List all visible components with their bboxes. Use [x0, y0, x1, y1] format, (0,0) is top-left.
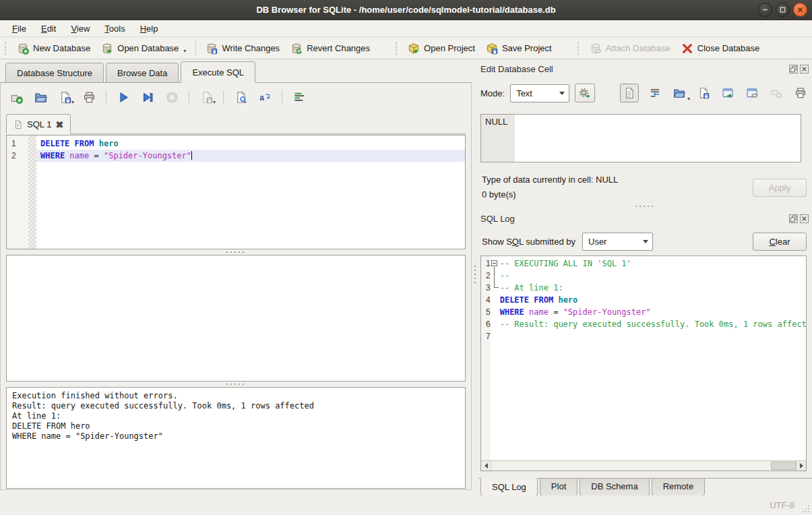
- sql-editor[interactable]: 12 DELETE FROM heroWHERE name = "Spider-…: [6, 135, 466, 249]
- resize-grip-icon[interactable]: [801, 504, 810, 513]
- save-results-view-button[interactable]: ▾: [199, 90, 214, 104]
- menu-file[interactable]: File: [5, 22, 33, 36]
- fold-marker-icon[interactable]: [491, 258, 500, 270]
- word-wrap-cell-button[interactable]: [647, 85, 663, 101]
- dropdown-arrow-icon[interactable]: ▾: [183, 48, 186, 55]
- window-controls: [758, 3, 807, 17]
- sql-tab-close-icon[interactable]: ✖: [55, 121, 63, 129]
- format-sql-button[interactable]: [292, 90, 307, 104]
- panel-splitter[interactable]: [472, 60, 478, 495]
- attach-database-button[interactable]: Attach Database: [584, 40, 676, 57]
- close-database-button[interactable]: Close Database: [676, 40, 766, 57]
- db-revert-icon: [290, 42, 303, 55]
- export-to-file-button[interactable]: [695, 85, 712, 101]
- menu-view[interactable]: View: [64, 22, 96, 36]
- open-database-button[interactable]: Open Database▾: [96, 40, 191, 57]
- sql-tab-label: SQL 1: [27, 119, 51, 129]
- sql-log-float-button[interactable]: [789, 214, 798, 223]
- word-wrap-cell-icon: [649, 87, 661, 99]
- scroll-left-arrow-icon[interactable]: [481, 461, 491, 471]
- toolbar-grip[interactable]: [577, 42, 582, 55]
- tab-browse-data[interactable]: Browse Data: [106, 63, 179, 83]
- line-number: 2: [486, 270, 491, 282]
- execution-message-pane[interactable]: Execution finished without errors.Result…: [6, 387, 466, 489]
- save-sql-file-button[interactable]: ▾: [57, 90, 72, 104]
- menu-tools[interactable]: Tools: [98, 22, 131, 36]
- status-bar: UTF-8: [0, 495, 812, 515]
- titlebar[interactable]: DB Browser for SQLite - /home/user/code/…: [0, 0, 812, 20]
- log-horizontal-scrollbar[interactable]: [481, 460, 806, 471]
- results-message-splitter[interactable]: [6, 382, 466, 386]
- revert-changes-button[interactable]: Revert Changes: [285, 40, 375, 57]
- scroll-right-arrow-icon[interactable]: [796, 461, 806, 471]
- write-changes-button[interactable]: Write Changes: [200, 40, 285, 57]
- toolbar-grip[interactable]: [396, 42, 400, 55]
- import-from-file-button[interactable]: ▾: [671, 85, 687, 101]
- editor-toolbar-separator: [223, 90, 224, 104]
- bottom-tab-sql-log[interactable]: SQL Log: [480, 478, 538, 496]
- log-filter-select[interactable]: User: [582, 233, 653, 251]
- print-cell-button[interactable]: [792, 85, 809, 101]
- stop-execution-button[interactable]: [164, 90, 179, 104]
- clear-log-button[interactable]: Clear: [753, 233, 807, 251]
- save-project-button[interactable]: Save Project: [480, 40, 557, 57]
- results-pane[interactable]: [6, 255, 466, 382]
- print-sql-button[interactable]: [82, 90, 96, 104]
- tab-execute-sql[interactable]: Execute SQL: [181, 61, 255, 83]
- fold-tree-line: [491, 270, 500, 282]
- open-in-external-app-button[interactable]: [720, 85, 736, 101]
- new-sql-tab-button[interactable]: [9, 90, 24, 104]
- line-number: 7: [486, 330, 491, 342]
- message-line: DELETE FROM hero: [12, 421, 460, 431]
- text-mode-button[interactable]: [620, 84, 639, 102]
- sql-tab-bar: SQL 1 ✖: [6, 113, 466, 134]
- edit-cell-header: Edit Database Cell: [480, 62, 809, 75]
- auto-completion-button[interactable]: a: [257, 90, 272, 104]
- minimize-button[interactable]: [758, 3, 772, 17]
- maximize-icon: [779, 6, 786, 13]
- sql-log-close-button[interactable]: [800, 214, 809, 223]
- execute-sql-panel: ▾▾a SQL 1 ✖ 12 DELETE FROM heroWHERE nam…: [0, 82, 472, 490]
- dropdown-arrow-icon[interactable]: ▾: [71, 99, 74, 106]
- toolbar-grip[interactable]: [5, 42, 9, 55]
- edit-cell-close-button[interactable]: [800, 65, 809, 73]
- bottom-tab-db-schema[interactable]: DB Schema: [580, 478, 649, 496]
- sql-log-box[interactable]: 1234567 -- EXECUTING ALL IN 'SQL 1'---- …: [480, 255, 807, 471]
- menu-edit[interactable]: Edit: [34, 22, 63, 36]
- dropdown-arrow-icon[interactable]: ▾: [213, 99, 216, 106]
- line-number: 3: [486, 282, 491, 294]
- scrollbar-thumb[interactable]: [771, 462, 797, 470]
- set-as-null-button[interactable]: [768, 85, 784, 101]
- log-line: -- At line 1:: [491, 282, 806, 294]
- editor-line: DELETE FROM hero: [36, 138, 465, 150]
- cell-editor-area[interactable]: NULL: [480, 114, 801, 162]
- sql-tab[interactable]: SQL 1 ✖: [6, 114, 71, 134]
- execute-all-button[interactable]: [116, 90, 131, 104]
- text-cursor: [191, 151, 192, 160]
- maximize-button[interactable]: [776, 3, 790, 17]
- open-project-button[interactable]: Open Project: [402, 40, 480, 57]
- menu-help[interactable]: Help: [133, 22, 165, 36]
- mode-select[interactable]: Text: [510, 84, 569, 102]
- find-in-sql-button[interactable]: [233, 90, 248, 104]
- log-filter-label: Show SQL submitted by: [482, 237, 575, 247]
- bottom-tab-remote[interactable]: Remote: [652, 478, 706, 496]
- close-red-icon: [681, 42, 693, 55]
- message-line: Execution finished without errors.: [12, 391, 460, 401]
- editor-results-splitter[interactable]: [6, 249, 466, 254]
- edit-as-link-button[interactable]: [744, 85, 760, 101]
- execute-current-line-button[interactable]: [140, 90, 155, 104]
- text-mode-icon: [623, 87, 635, 99]
- new-database-button[interactable]: New Database: [11, 40, 96, 57]
- apply-button[interactable]: Apply: [753, 179, 807, 197]
- edit-cell-float-button[interactable]: [789, 65, 798, 73]
- bottom-tab-plot[interactable]: Plot: [540, 478, 577, 496]
- cell-log-splitter[interactable]: [480, 204, 809, 208]
- scrollbar-track[interactable]: [491, 461, 796, 471]
- fold-tree-corner: [491, 282, 500, 294]
- open-sql-file-button[interactable]: [33, 90, 48, 104]
- apply-cell-changes-button[interactable]: [575, 84, 595, 102]
- tab-database-structure[interactable]: Database Structure: [5, 63, 104, 83]
- close-button[interactable]: [793, 3, 807, 17]
- dropdown-arrow-icon[interactable]: ▾: [687, 96, 690, 102]
